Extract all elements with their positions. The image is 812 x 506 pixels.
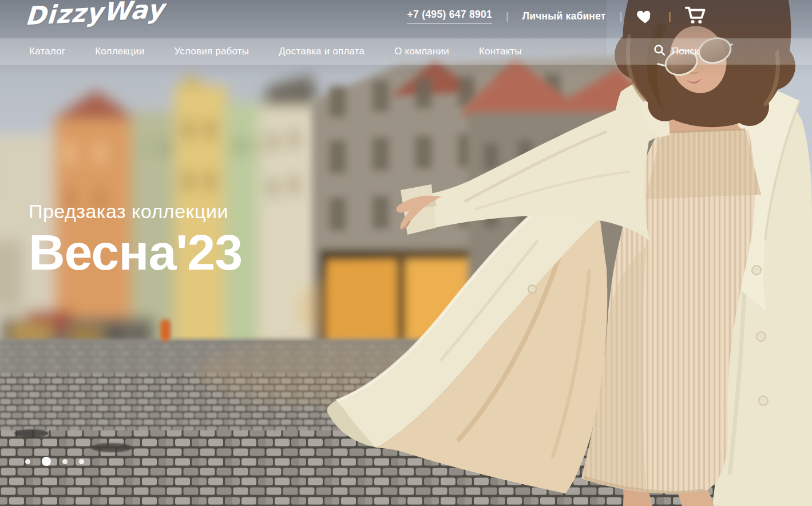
topbar: DizzyWay +7 (495) 647 8901 | Личный каби…: [0, 0, 812, 37]
carousel-dot[interactable]: [79, 459, 84, 464]
main-nav: Каталог Коллекции Условия работы Доставк…: [0, 38, 812, 65]
nav-item-delivery[interactable]: Доставка и оплата: [279, 46, 365, 57]
cart-button[interactable]: [685, 6, 707, 26]
nav-item-about[interactable]: О компании: [394, 46, 449, 57]
search-icon: [653, 44, 666, 59]
search-label: Поиск: [672, 46, 699, 57]
nav-item-terms[interactable]: Условия работы: [174, 46, 249, 57]
carousel-dot[interactable]: [62, 459, 68, 464]
hero-copy: Предзаказ коллекции Весна'23: [29, 200, 242, 276]
heart-icon: [636, 7, 655, 26]
landing-page: DizzyWay +7 (495) 647 8901 | Личный каби…: [0, 0, 812, 506]
account-link[interactable]: Личный кабинет: [522, 10, 606, 22]
wishlist-button[interactable]: [636, 7, 655, 26]
hero-kicker: Предзаказ коллекции: [29, 200, 242, 223]
separator: |: [506, 10, 509, 22]
separator: |: [620, 10, 623, 22]
hero-title: Весна'23: [29, 228, 242, 276]
carousel-dot[interactable]: [42, 457, 51, 466]
nav-items: Каталог Коллекции Условия работы Доставк…: [0, 46, 522, 57]
carousel-dots: [25, 456, 84, 467]
separator: |: [668, 10, 671, 22]
nav-item-catalog[interactable]: Каталог: [29, 46, 65, 57]
search-control[interactable]: Поиск: [653, 38, 699, 65]
cart-icon: [685, 6, 707, 26]
topbar-actions: +7 (495) 647 8901 | Личный кабинет | |: [407, 0, 707, 32]
phone-link[interactable]: +7 (495) 647 8901: [407, 9, 492, 23]
nav-item-collections[interactable]: Коллекции: [95, 46, 144, 57]
carousel-dot[interactable]: [25, 459, 30, 464]
nav-item-contacts[interactable]: Контакты: [479, 46, 522, 57]
brand-logo[interactable]: DizzyWay: [25, 0, 165, 30]
